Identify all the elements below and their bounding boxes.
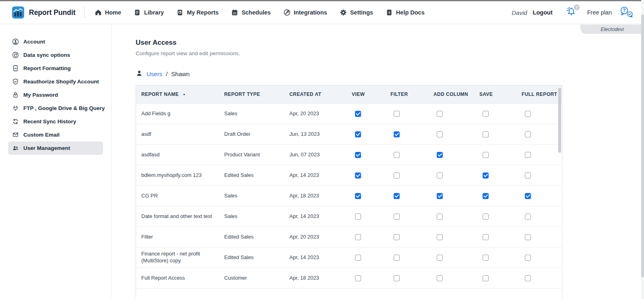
filter-checkbox[interactable] [394,193,400,199]
page-scrollbar-thumb[interactable] [641,15,644,277]
plan-badge[interactable]: Free plan [587,9,612,16]
full-report-checkbox[interactable] [525,172,531,179]
save-checkbox[interactable] [483,193,489,199]
nav-item-library[interactable]: Library [134,9,164,16]
filter-checkbox[interactable] [394,275,400,281]
save-checkbox[interactable] [483,131,489,137]
view-checkbox[interactable] [355,214,361,220]
nav-item-label: Library [144,9,164,16]
report-name-cell: CG PR [136,186,219,206]
filter-checkbox[interactable] [394,234,400,240]
full-report-checkbox[interactable] [525,234,531,240]
filter-checkbox[interactable] [394,214,400,220]
sidebar-item-recent-sync-history[interactable]: Recent Sync History [8,115,103,128]
help-chat-button[interactable]: ? [619,6,634,19]
sidebar-item-account[interactable]: Account [8,35,103,48]
full-report-checkbox[interactable] [525,275,531,281]
sidebar-item-my-password[interactable]: My Password [8,88,103,102]
save-checkbox[interactable] [483,152,489,158]
col-header-full-report[interactable]: FULL REPORT [517,85,563,103]
table-scrollbar-thumb[interactable] [558,88,561,153]
nav-item-my-reports[interactable]: My Reports [176,9,219,16]
filter-checkbox[interactable] [394,131,400,137]
add-column-checkbox[interactable] [437,131,443,137]
view-checkbox[interactable] [355,255,361,261]
add-column-checkbox[interactable] [437,172,443,179]
brand[interactable]: Report Pundit [12,6,76,19]
save-cell [475,227,517,247]
add-column-checkbox[interactable] [437,193,443,199]
save-checkbox[interactable] [483,234,489,240]
col-header-created-at[interactable]: CREATED AT [284,85,347,103]
filter-checkbox[interactable] [394,111,400,117]
filter-checkbox[interactable] [394,255,400,261]
breadcrumb-users-link[interactable]: Users [147,71,162,77]
col-header-add-column[interactable]: ADD COLUMN [429,85,475,103]
view-checkbox[interactable] [355,234,361,240]
filter-checkbox[interactable] [394,172,400,179]
view-checkbox[interactable] [355,152,361,158]
nav-item-home[interactable]: Home [95,9,121,16]
sidebar-item-label: FTP , Google Drive & Big Query [23,105,105,111]
nav-item-schedules[interactable]: Schedules [231,9,271,16]
add-column-checkbox[interactable] [437,255,443,261]
report-type-cell: Edited Sales [219,165,284,185]
report-name-cell: Add Fields g [136,104,219,124]
custom-email-icon [12,131,19,138]
view-checkbox[interactable] [355,193,361,199]
nav-item-help-docs[interactable]: ?Help Docs [386,9,425,16]
save-checkbox[interactable] [483,255,489,261]
sidebar-item-user-management[interactable]: User Management [8,141,103,155]
view-checkbox[interactable] [355,172,361,179]
view-checkbox[interactable] [355,111,361,117]
col-header-view[interactable]: VIEW [347,85,386,103]
full-report-checkbox[interactable] [525,111,531,117]
add-column-checkbox[interactable] [437,152,443,158]
add-column-cell [429,206,475,226]
add-column-checkbox[interactable] [437,234,443,240]
col-header-filter[interactable]: FILTER [386,85,429,103]
nav-item-label: Schedules [242,9,271,16]
add-column-checkbox[interactable] [437,111,443,117]
view-checkbox[interactable] [355,275,361,281]
full-report-checkbox[interactable] [525,131,531,137]
filter-checkbox[interactable] [394,152,400,158]
nav-item-integrations[interactable]: Integrations [283,9,327,16]
brand-title: Report Pundit [29,8,76,17]
breadcrumb-separator: / [166,71,167,77]
filter-cell [386,104,429,124]
add-column-checkbox[interactable] [437,275,443,281]
ftp-icon [12,105,19,112]
add-column-cell [429,124,475,144]
my-reports-icon [176,9,184,16]
full-report-checkbox[interactable] [525,193,531,199]
add-column-cell [429,268,475,288]
sidebar-item-custom-email[interactable]: Custom Email [8,128,103,141]
breadcrumb: Users / Shawn [136,70,644,78]
full-report-checkbox[interactable] [525,214,531,220]
save-checkbox[interactable] [483,111,489,117]
logout-button[interactable]: Logout [533,9,553,16]
page-title: User Access [136,39,644,47]
sidebar-item-data-sync-options[interactable]: Data sync options [8,48,103,62]
sort-asc-icon: ▲ [183,93,186,96]
full-report-checkbox[interactable] [525,255,531,261]
table-row: Full Report AccessCustomerApr, 18 2023 [136,268,562,289]
col-header-save[interactable]: SAVE [475,85,517,103]
sidebar-item-report-formatting[interactable]: Report Formatting [8,62,103,75]
col-header-report-type[interactable]: REPORT TYPE [219,85,284,103]
nav-item-label: Integrations [294,9,327,16]
save-checkbox[interactable] [483,172,489,179]
page-scrollbar [641,0,644,299]
notifications-button[interactable]: 3 [566,6,577,19]
save-checkbox[interactable] [483,214,489,220]
view-checkbox[interactable] [355,131,361,137]
add-column-checkbox[interactable] [437,214,443,220]
sidebar-item-ftp-google-drive-big-query[interactable]: FTP , Google Drive & Big Query [8,102,103,115]
table-row: CG PRSalesApr, 18 2023 [136,186,562,206]
sidebar-item-reauthorize-shopify-account[interactable]: Reauthorize Shopify Account [8,75,103,88]
full-report-checkbox[interactable] [525,152,531,158]
col-header-report-name[interactable]: REPORT NAME▲ [136,85,219,103]
save-checkbox[interactable] [483,275,489,281]
nav-item-settings[interactable]: Settings [340,9,373,16]
